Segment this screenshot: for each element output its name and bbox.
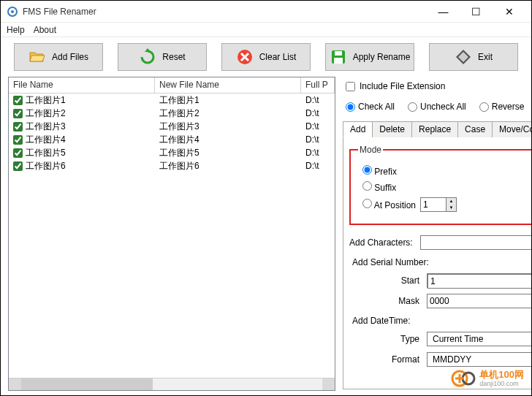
tab-movecopy[interactable]: Move/Copy [492, 121, 532, 137]
menu-about[interactable]: About [34, 25, 56, 35]
row-checkbox[interactable] [13, 161, 23, 171]
reset-label: Reset [162, 52, 185, 62]
table-row[interactable]: 工作图片6工作图片6D:\t [9, 159, 335, 172]
start-input[interactable] [428, 274, 532, 289]
file-name: 工作图片3 [26, 121, 66, 133]
file-path: D:\t [305, 161, 319, 171]
watermark-logo-icon [451, 366, 476, 391]
file-name: 工作图片2 [26, 107, 66, 120]
mode-fieldset: Mode Prefix Suffix At Position ▲▼ [349, 145, 532, 225]
file-path: D:\t [305, 108, 319, 118]
mask-label: Mask [349, 296, 422, 306]
close-circle-icon [236, 48, 254, 66]
svg-point-1 [11, 10, 14, 13]
clear-list-label: Clear List [259, 52, 297, 62]
suffix-radio[interactable]: Suffix [358, 181, 396, 193]
table-row[interactable]: 工作图片3工作图片3D:\t [9, 120, 335, 133]
watermark-text-2: danji100.com [479, 380, 524, 388]
file-name: 工作图片4 [26, 134, 66, 146]
type-label: Type [349, 334, 422, 344]
at-position-input[interactable] [421, 198, 446, 211]
close-button[interactable]: ✕ [493, 1, 525, 22]
start-label: Start [349, 275, 422, 286]
spin-up-icon[interactable]: ▲ [446, 198, 456, 205]
minimize-button[interactable]: — [427, 1, 460, 22]
uncheck-all-radio[interactable]: Uncheck All [408, 102, 466, 112]
at-position-radio[interactable]: At Position [358, 199, 416, 210]
window-title: FMS File Renamer [23, 7, 427, 17]
row-checkbox[interactable] [13, 109, 23, 118]
folder-open-icon [28, 48, 46, 66]
spin-down-icon[interactable]: ▼ [446, 205, 456, 211]
exit-button[interactable]: Exit [429, 43, 518, 71]
tab-add[interactable]: Add [343, 121, 373, 137]
new-file-name: 工作图片5 [159, 147, 200, 159]
file-name: 工作图片5 [26, 147, 66, 159]
row-checkbox[interactable] [13, 96, 23, 105]
row-checkbox[interactable] [13, 148, 23, 158]
include-extension-checkbox[interactable]: Include File Extension [346, 81, 532, 91]
file-path: D:\t [305, 95, 319, 105]
table-row[interactable]: 工作图片4工作图片4D:\t [9, 133, 335, 146]
clear-list-button[interactable]: Clear List [221, 43, 311, 71]
menu-help[interactable]: Help [7, 25, 25, 35]
add-characters-input[interactable] [420, 235, 532, 250]
add-datetime-label: Add DateTime: [352, 316, 532, 326]
tab-replace[interactable]: Replace [411, 121, 458, 137]
add-characters-label: Add Characters: [349, 237, 416, 248]
new-file-name: 工作图片3 [159, 121, 200, 133]
row-checkbox[interactable] [13, 122, 23, 132]
add-files-label: Add Files [52, 52, 88, 62]
col-header-path[interactable]: Full P [301, 77, 335, 93]
selection-radios: Check All Uncheck All Reverse [346, 102, 532, 112]
table-row[interactable]: 工作图片5工作图片5D:\t [9, 146, 335, 159]
reset-button[interactable]: Reset [118, 43, 207, 71]
exit-icon [455, 48, 472, 66]
tab-case[interactable]: Case [457, 121, 493, 137]
svg-point-7 [463, 373, 474, 384]
row-checkbox[interactable] [13, 135, 23, 145]
format-select[interactable]: MMDDYY [427, 352, 532, 367]
toolbar: Add Files Reset Clear List Apply Rename … [1, 37, 531, 77]
prefix-radio[interactable]: Prefix [358, 165, 397, 177]
main-area: File Name New File Name Full P 工作图片1工作图片… [1, 77, 531, 396]
file-path: D:\t [305, 121, 319, 132]
menubar: Help About [1, 23, 531, 37]
file-list-header: File Name New File Name Full P [9, 77, 335, 94]
add-files-button[interactable]: Add Files [14, 43, 103, 71]
reverse-radio[interactable]: Reverse [479, 102, 525, 112]
file-path: D:\t [305, 148, 319, 158]
table-row[interactable]: 工作图片1工作图片1D:\t [9, 94, 335, 107]
start-spinner[interactable]: ▲▼ [427, 273, 532, 288]
new-file-name: 工作图片6 [159, 160, 200, 172]
file-path: D:\t [305, 134, 319, 145]
file-list-body[interactable]: 工作图片1工作图片1D:\t工作图片2工作图片2D:\t工作图片3工作图片3D:… [9, 94, 335, 378]
maximize-button[interactable]: ☐ [460, 1, 493, 22]
new-file-name: 工作图片4 [159, 134, 200, 146]
at-position-spinner[interactable]: ▲▼ [420, 197, 457, 212]
svg-rect-5 [334, 58, 343, 64]
include-extension-input[interactable] [346, 82, 355, 91]
svg-rect-4 [335, 51, 342, 56]
horizontal-scrollbar[interactable] [9, 378, 335, 390]
tab-delete[interactable]: Delete [372, 121, 412, 137]
format-label: Format [349, 354, 422, 365]
col-header-newname[interactable]: New File Name [155, 77, 301, 93]
tab-content-add: Mode Prefix Suffix At Position ▲▼ Add Ch… [343, 137, 532, 389]
mode-legend: Mode [358, 145, 383, 155]
include-extension-label: Include File Extension [360, 81, 445, 91]
table-row[interactable]: 工作图片2工作图片2D:\t [9, 107, 335, 120]
col-header-name[interactable]: File Name [9, 77, 155, 93]
file-list-panel: File Name New File Name Full P 工作图片1工作图片… [8, 77, 335, 391]
titlebar: FMS File Renamer — ☐ ✕ [1, 1, 531, 23]
add-serial-label: Add Serial Number: [352, 257, 532, 267]
file-name: 工作图片6 [26, 160, 66, 172]
watermark-text-1: 单机100网 [479, 369, 524, 381]
check-all-radio[interactable]: Check All [346, 102, 395, 112]
apply-rename-label: Apply Rename [353, 52, 411, 62]
type-select[interactable]: Current Time [427, 332, 532, 346]
mask-input[interactable] [427, 294, 532, 308]
save-icon [330, 48, 347, 66]
app-icon [7, 6, 18, 18]
apply-rename-button[interactable]: Apply Rename [325, 43, 414, 71]
